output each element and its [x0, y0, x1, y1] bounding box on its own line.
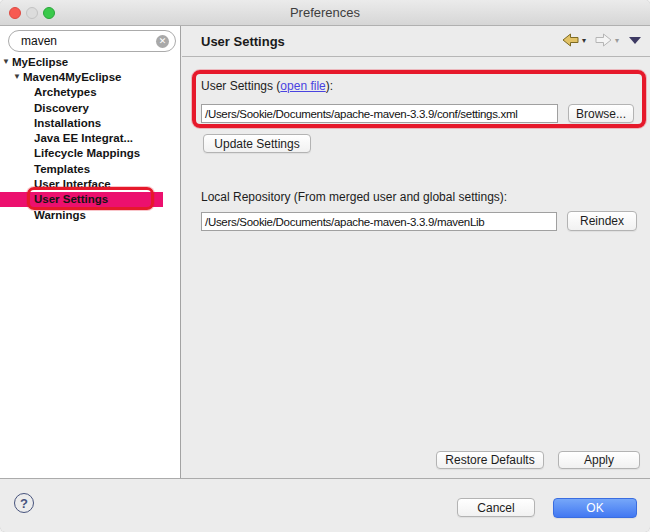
- preferences-sidebar: ✕ ▼ MyEclipse ▼ Maven4MyEclipse Archetyp…: [0, 26, 181, 478]
- tree-item-label: Maven4MyEclipse: [23, 71, 121, 83]
- window-title: Preferences: [0, 5, 650, 20]
- back-history-dropdown-icon[interactable]: ▾: [582, 36, 586, 45]
- restore-defaults-button[interactable]: Restore Defaults: [436, 451, 544, 469]
- help-button[interactable]: ?: [14, 493, 34, 513]
- tree-item-warnings[interactable]: Warnings: [0, 207, 180, 222]
- forward-button[interactable]: [595, 33, 612, 47]
- tree-item-archetypes[interactable]: Archetypes: [0, 85, 180, 100]
- tree-item-label: Java EE Integrat...: [34, 132, 133, 144]
- clear-search-icon[interactable]: ✕: [156, 35, 169, 48]
- tree-item-user-interface[interactable]: User Interface: [0, 176, 180, 191]
- preferences-tree: ▼ MyEclipse ▼ Maven4MyEclipse Archetypes…: [0, 54, 180, 222]
- filter-search-box[interactable]: ✕: [8, 30, 176, 52]
- tree-item-label: Warnings: [34, 209, 86, 221]
- search-input[interactable]: [21, 33, 151, 49]
- forward-history-dropdown-icon[interactable]: ▾: [615, 36, 619, 45]
- tree-item-label: Archetypes: [34, 86, 97, 98]
- preferences-window: Preferences ✕ ▼ MyEclipse ▼ Maven4MyEcli…: [0, 0, 650, 532]
- chevron-down-icon[interactable]: ▼: [13, 72, 23, 81]
- tree-item-label: MyEclipse: [12, 56, 68, 68]
- tree-item-label: User Settings: [34, 193, 108, 205]
- tree-item-label: Templates: [34, 163, 90, 175]
- user-settings-label: User Settings (open file):: [201, 79, 333, 93]
- reindex-button[interactable]: Reindex: [567, 211, 637, 231]
- ok-button[interactable]: OK: [553, 498, 637, 518]
- page-title: User Settings: [201, 34, 285, 49]
- user-settings-path-field[interactable]: /Users/Sookie/Documents/apache-maven-3.3…: [201, 104, 558, 123]
- tree-item-myeclipse[interactable]: ▼ MyEclipse: [0, 54, 180, 69]
- open-file-link[interactable]: open file: [280, 79, 325, 93]
- tree-item-java-ee-integration[interactable]: Java EE Integrat...: [0, 130, 180, 145]
- title-bar[interactable]: Preferences: [0, 0, 650, 26]
- back-button[interactable]: [562, 33, 579, 47]
- chevron-down-icon[interactable]: ▼: [2, 57, 12, 66]
- tree-item-label: Lifecycle Mappings: [34, 147, 140, 159]
- tree-item-lifecycle-mappings[interactable]: Lifecycle Mappings: [0, 146, 180, 161]
- label-text: User Settings (: [201, 79, 280, 93]
- local-repository-path-field[interactable]: /Users/Sookie/Documents/apache-maven-3.3…: [201, 212, 557, 231]
- label-text: ):: [326, 79, 333, 93]
- panel-header: User Settings ▾ ▾: [182, 26, 650, 57]
- local-repository-label: Local Repository (From merged user and g…: [201, 190, 507, 204]
- tree-item-discovery[interactable]: Discovery: [0, 100, 180, 115]
- tree-item-label: User Interface: [34, 178, 111, 190]
- update-settings-button[interactable]: Update Settings: [203, 134, 311, 153]
- view-menu-icon[interactable]: [628, 35, 642, 45]
- tree-item-label: Installations: [34, 117, 101, 129]
- tree-item-templates[interactable]: Templates: [0, 161, 180, 176]
- dialog-button-bar: ? Cancel OK: [0, 478, 650, 532]
- tree-item-user-settings[interactable]: User Settings: [0, 192, 180, 207]
- apply-button[interactable]: Apply: [558, 451, 640, 469]
- tree-item-maven4myeclipse[interactable]: ▼ Maven4MyEclipse: [0, 69, 180, 84]
- tree-item-installations[interactable]: Installations: [0, 115, 180, 130]
- tree-item-label: Discovery: [34, 102, 89, 114]
- cancel-button[interactable]: Cancel: [457, 498, 535, 517]
- browse-button[interactable]: Browse...: [568, 104, 634, 123]
- user-settings-panel: User Settings ▾ ▾: [182, 26, 650, 478]
